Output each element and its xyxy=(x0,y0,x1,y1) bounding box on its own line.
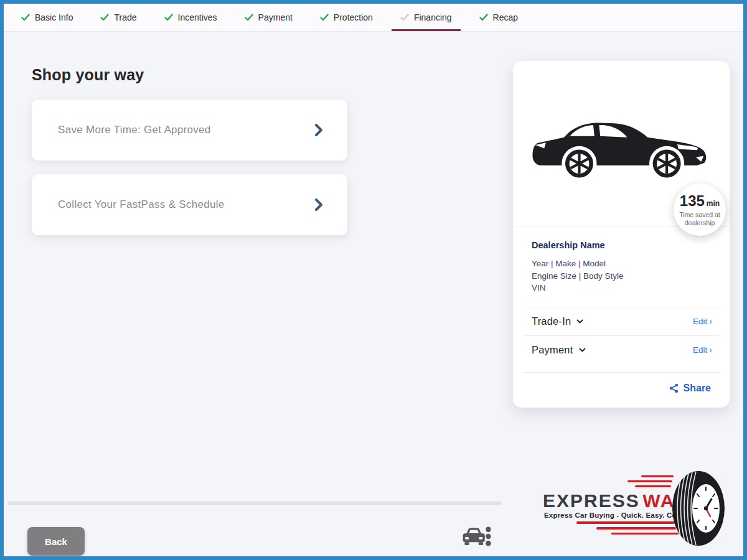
check-icon xyxy=(479,14,488,21)
share-label: Share xyxy=(684,383,711,394)
speed-line xyxy=(596,527,676,530)
trade-in-toggle[interactable]: Trade-In xyxy=(532,315,583,327)
chevron-right-icon xyxy=(315,198,322,211)
nav-step-recap[interactable]: Recap xyxy=(479,12,518,22)
option-card-get-approved[interactable]: Save More Time: Get Approved xyxy=(32,100,347,161)
nav-step-label: Protection xyxy=(334,12,373,22)
dealer-info: Dealership Name Year | Make | Model Engi… xyxy=(513,226,730,307)
trade-in-edit-link[interactable]: Edit › xyxy=(693,317,712,326)
nav-step-payment[interactable]: Payment xyxy=(245,12,293,22)
check-icon xyxy=(164,14,173,21)
page-title: Shop your way xyxy=(32,66,144,84)
tire-clock-icon xyxy=(666,469,726,548)
bottom-divider xyxy=(7,502,502,505)
dealership-name: Dealership Name xyxy=(532,240,711,250)
payment-label: Payment xyxy=(532,344,573,356)
badge-caption: Time saved at dealership xyxy=(677,211,723,227)
chevron-right-icon xyxy=(315,124,322,136)
logo-word-express: EXPRESS xyxy=(543,490,640,511)
nav-step-label: Trade xyxy=(114,12,136,22)
back-button[interactable]: Back xyxy=(27,527,85,556)
nav-step-label: Recap xyxy=(493,12,518,22)
check-icon xyxy=(100,14,109,21)
logo-wordmark: EXPRESS WAY xyxy=(543,490,687,511)
time-saved-badge: 135 min Time saved at dealership xyxy=(674,184,726,236)
vehicle-line-engine-body: Engine Size | Body Style xyxy=(532,270,711,282)
nav-step-financing[interactable]: Financing xyxy=(400,12,452,22)
badge-unit: min xyxy=(707,199,720,208)
payment-row: Payment Edit › xyxy=(513,336,730,372)
vehicle-line-ymm: Year | Make | Model xyxy=(532,258,711,270)
check-icon xyxy=(21,14,30,21)
speed-line xyxy=(576,521,675,524)
nav-step-label: Incentives xyxy=(178,12,217,22)
nav-step-label: Basic Info xyxy=(35,12,73,22)
payment-edit-link[interactable]: Edit › xyxy=(693,345,712,355)
trade-in-row: Trade-In Edit › xyxy=(513,307,730,335)
chevron-down-icon xyxy=(576,319,583,324)
edit-chevron-icon: › xyxy=(709,345,712,354)
badge-main: 135 min xyxy=(680,192,720,210)
nav-step-label: Financing xyxy=(414,12,452,22)
edit-label: Edit xyxy=(693,317,707,326)
vehicle-summary-card: 135 min Time saved at dealership Dealers… xyxy=(513,61,730,408)
nav-step-label: Payment xyxy=(258,12,293,22)
check-icon xyxy=(320,14,329,21)
option-card-fastpass-schedule[interactable]: Collect Your FastPass & Schedule xyxy=(32,174,347,235)
check-icon xyxy=(400,14,409,21)
nav-step-protection[interactable]: Protection xyxy=(320,12,373,22)
edit-chevron-icon: › xyxy=(709,317,712,325)
payment-toggle[interactable]: Payment xyxy=(532,344,586,356)
share-icon xyxy=(669,383,679,394)
check-icon xyxy=(245,14,253,21)
nav-step-incentives[interactable]: Incentives xyxy=(164,12,217,22)
nav-step-trade[interactable]: Trade xyxy=(100,12,136,22)
vehicle-line-vin: VIN xyxy=(532,282,711,294)
car-silhouette-icon xyxy=(528,107,715,180)
chevron-down-icon xyxy=(579,348,586,352)
expressway-logo: EXPRESS WAY Express Car Buying - Quick. … xyxy=(538,469,726,548)
badge-value: 135 xyxy=(680,192,705,210)
nav-step-basic-info[interactable]: Basic Info xyxy=(21,12,73,22)
car-menu-icon[interactable] xyxy=(459,524,492,551)
share-row[interactable]: Share xyxy=(513,373,730,408)
trade-in-label: Trade-In xyxy=(532,315,571,327)
option-label: Save More Time: Get Approved xyxy=(58,124,211,136)
step-nav: Basic Info Trade Incentives Payment Prot… xyxy=(4,4,743,32)
option-label: Collect Your FastPass & Schedule xyxy=(58,198,225,211)
edit-label: Edit xyxy=(693,345,707,355)
